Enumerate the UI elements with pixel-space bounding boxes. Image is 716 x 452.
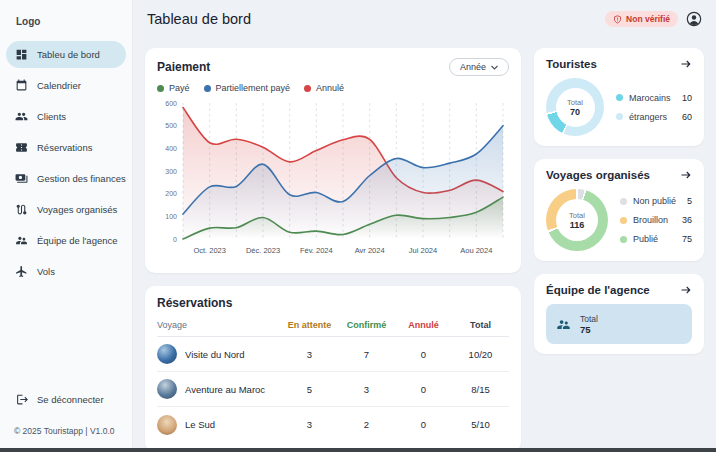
column-header-annule: Annulé: [395, 320, 452, 330]
table-row-le-sud[interactable]: Le Sud 3 2 0 5/10: [157, 407, 509, 442]
sidebar-item-tableau-de-bord[interactable]: Tableu de bord: [6, 41, 126, 68]
period-select[interactable]: Année: [449, 58, 509, 76]
svg-text:Jui 2024: Jui 2024: [409, 246, 437, 255]
legend-item-partiellement-paye: Partiellement payé: [204, 83, 291, 93]
verification-badge-label: Non vérifié: [626, 14, 670, 24]
tourists-donut-chart: Total 70: [546, 78, 604, 136]
sidebar-item-calendrier[interactable]: Calendrier: [6, 72, 126, 99]
page-title: Tableau de bord: [147, 11, 251, 27]
team-total-box: Total 75: [546, 304, 692, 344]
plane-icon: [14, 264, 29, 279]
tourists-card-title: Touristes: [546, 58, 597, 70]
ticket-icon: [14, 140, 29, 155]
sidebar-item-gestion-des-finances[interactable]: Gestion des finances: [6, 165, 126, 192]
sidebar-nav: Tableu de bord Calendrier Clients Réserv…: [0, 41, 132, 285]
copyright-text: © 2025 Touristapp | V1.0.0: [0, 414, 132, 452]
chevron-down-icon: [491, 65, 498, 70]
legend-item-paye: Payé: [157, 83, 190, 93]
svg-text:Déc. 2023: Déc. 2023: [246, 246, 280, 255]
legend-item-etrangers: étrangers 60: [616, 112, 692, 122]
legend-item-publie: Publié 75: [620, 234, 692, 244]
svg-text:200: 200: [165, 190, 177, 197]
trip-avatar: [157, 379, 177, 399]
sidebar-item-voyages-organises[interactable]: Voyages organisés: [6, 196, 126, 223]
finances-icon: [14, 171, 29, 186]
logout-icon: [16, 393, 29, 406]
legend-item-non-publie: Non publié 5: [620, 196, 692, 206]
svg-text:0: 0: [173, 236, 177, 243]
team-icon: [14, 233, 29, 248]
sidebar-item-reservations[interactable]: Réservations: [6, 134, 126, 161]
payment-chart: 0100200300400500600Oct. 2023Déc. 2023Fév…: [157, 95, 509, 263]
trips-donut-chart: Total 116: [546, 189, 608, 251]
reservations-card-title: Réservations: [157, 296, 509, 310]
payment-card-title: Paiement: [157, 60, 210, 74]
calendar-icon: [14, 78, 29, 93]
reservations-table-header: Voyage En attente Confirmé Annulé Total: [157, 320, 509, 337]
svg-text:100: 100: [165, 213, 177, 220]
verification-badge[interactable]: Non vérifié: [605, 11, 678, 27]
column-header-total: Total: [452, 320, 509, 330]
clients-icon: [14, 109, 29, 124]
column-header-confirme: Confirmé: [338, 320, 395, 330]
svg-text:600: 600: [165, 100, 177, 107]
svg-text:300: 300: [165, 168, 177, 175]
main-area: Tableau de bord Non vérifié: [133, 0, 716, 452]
svg-text:Fév. 2024: Fév. 2024: [300, 246, 333, 255]
app-window: Logo Tableu de bord Calendrier Clients: [0, 0, 716, 452]
svg-text:Aou 2024: Aou 2024: [460, 246, 492, 255]
trip-avatar: [157, 344, 177, 364]
arrow-right-icon[interactable]: [680, 58, 692, 70]
legend-dot-annule: [304, 85, 311, 92]
organized-trips-card-title: Voyages organisés: [546, 169, 650, 181]
tourists-card: Touristes Total 70: [534, 48, 704, 146]
route-icon: [14, 202, 29, 217]
logout-button[interactable]: Se déconnecter: [0, 385, 132, 414]
legend-item-annule: Annulé: [304, 83, 344, 93]
svg-text:Oct. 2023: Oct. 2023: [193, 246, 226, 255]
topbar: Tableau de bord Non vérifié: [145, 0, 704, 38]
column-header-voyage: Voyage: [157, 320, 281, 330]
agency-team-card: Équipe de l'agence Total 75: [534, 274, 704, 354]
legend-dot-partiellement-paye: [204, 85, 211, 92]
dashboard-content: Paiement Année Payé: [145, 38, 704, 452]
agency-team-card-title: Équipe de l'agence: [546, 284, 650, 296]
payment-card: Paiement Année Payé: [145, 48, 521, 273]
trip-avatar: [157, 415, 177, 435]
user-avatar[interactable]: [686, 11, 702, 27]
sidebar-item-vols[interactable]: Vols: [6, 258, 126, 285]
team-icon: [556, 317, 571, 332]
arrow-right-icon[interactable]: [680, 284, 692, 296]
shield-warning-icon: [613, 15, 622, 24]
app-logo: Logo: [0, 0, 132, 41]
column-header-en-attente: En attente: [281, 320, 338, 330]
table-row-visite-du-nord[interactable]: Visite du Nord 3 7 0 10/20: [157, 337, 509, 372]
table-row-aventure-au-maroc[interactable]: Aventure au Maroc 5 3 0 8/15: [157, 372, 509, 407]
dashboard-icon: [14, 47, 29, 62]
svg-text:500: 500: [165, 122, 177, 129]
legend-dot-paye: [157, 85, 164, 92]
bottom-bar: [0, 448, 716, 452]
svg-text:400: 400: [165, 145, 177, 152]
reservations-card: Réservations Voyage En attente Confirmé …: [145, 286, 521, 452]
sidebar-spacer: [0, 285, 132, 385]
legend-item-brouillon: Brouillon 36: [620, 215, 692, 225]
arrow-right-icon[interactable]: [680, 169, 692, 181]
payment-legend: Payé Partiellement payé Annulé: [157, 83, 509, 93]
sidebar-item-clients[interactable]: Clients: [6, 103, 126, 130]
svg-text:Avr 2024: Avr 2024: [355, 246, 385, 255]
sidebar: Logo Tableu de bord Calendrier Clients: [0, 0, 133, 452]
legend-item-marocains: Marocains 10: [616, 93, 692, 103]
organized-trips-card: Voyages organisés Total 116: [534, 159, 704, 261]
sidebar-item-equipe-de-l-agence[interactable]: Équipe de l'agence: [6, 227, 126, 254]
